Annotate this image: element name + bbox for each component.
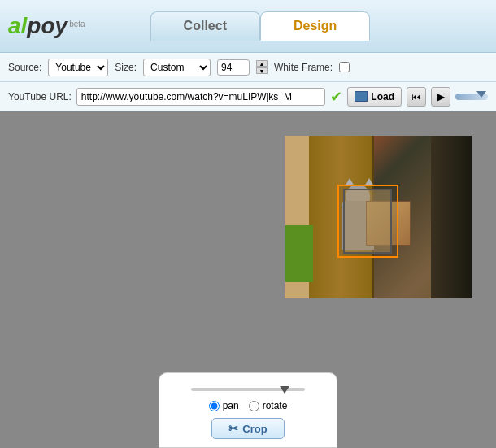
crop-button[interactable]: ✂ Crop (211, 418, 284, 439)
white-frame-label: White Frame: (274, 62, 333, 73)
zoom-slider[interactable] (191, 388, 305, 391)
url-slider-handle (476, 91, 486, 98)
pan-radio[interactable] (209, 401, 220, 411)
url-input[interactable] (76, 88, 325, 106)
size-label: Size: (115, 62, 137, 73)
load-button[interactable]: Load (347, 87, 402, 107)
url-valid-icon: ✔ (330, 88, 342, 106)
load-label: Load (371, 91, 394, 102)
spinner-up[interactable]: ▲ (256, 60, 268, 67)
white-frame-checkbox[interactable] (339, 62, 350, 72)
tab-collect[interactable]: Collect (150, 11, 260, 41)
dark-area (431, 136, 472, 298)
source-select[interactable]: Youtube Flickr Upload (48, 59, 108, 76)
rotate-option[interactable]: rotate (249, 400, 288, 411)
spinner: ▲ ▼ (256, 60, 268, 74)
size-select[interactable]: Custom 800x600 1024x768 (143, 59, 211, 76)
green-box (285, 225, 313, 282)
nav-tabs: Collect Design (150, 11, 371, 41)
rotate-label: rotate (263, 400, 288, 411)
toolbar: Source: Youtube Flickr Upload Size: Cust… (0, 53, 496, 82)
source-label: Source: (8, 62, 41, 73)
video-frame (285, 136, 472, 298)
slider-row (168, 381, 328, 394)
rotate-radio[interactable] (249, 401, 259, 411)
pan-option[interactable]: pan (209, 400, 239, 411)
size-number-input[interactable] (217, 59, 250, 76)
logo: alpoy beta (8, 13, 85, 39)
video-background (285, 136, 472, 298)
nav-forward-button[interactable]: ▶ (431, 87, 450, 107)
url-bar: YouTube URL: ✔ Load ⏮ ▶ (0, 82, 496, 111)
main-content: pan rotate ✂ Crop (0, 111, 496, 448)
selection-inner (343, 189, 392, 254)
tab-design[interactable]: Design (260, 11, 370, 41)
spinner-down[interactable]: ▼ (256, 67, 268, 74)
pan-label: pan (223, 400, 239, 411)
nav-back-button[interactable]: ⏮ (407, 87, 426, 107)
logo-beta: beta (69, 20, 85, 28)
logo-text: alpoy (8, 13, 67, 39)
url-slider (455, 94, 488, 100)
youtube-url-label: YouTube URL: (8, 91, 72, 102)
header: alpoy beta Collect Design (0, 0, 496, 53)
control-panel: pan rotate ✂ Crop (159, 372, 337, 448)
crop-label: Crop (242, 423, 267, 435)
load-icon (355, 91, 368, 102)
crop-icon: ✂ (228, 422, 238, 435)
radio-row: pan rotate (168, 400, 328, 411)
